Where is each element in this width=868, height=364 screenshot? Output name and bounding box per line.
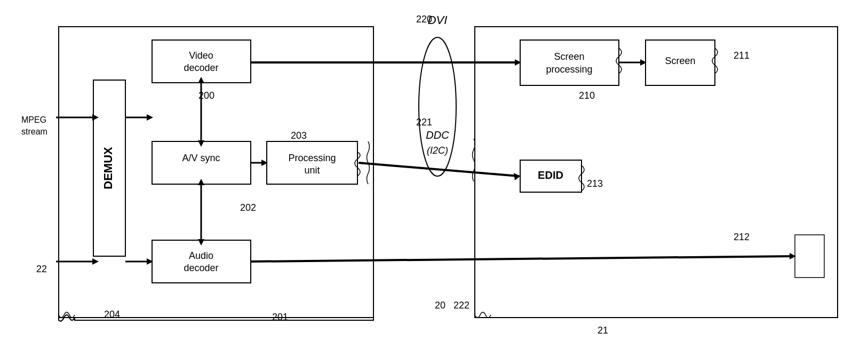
diagram-container: DEMUX Video decoder A/V sync Audio decod… [11,11,857,352]
ddc-label: DDC [426,129,449,141]
audio-decoder-label2: decoder [184,263,218,273]
svg-rect-10 [795,235,824,278]
edid-label: EDID [538,169,563,181]
num-210: 210 [579,90,595,101]
num-21: 21 [598,325,608,336]
svg-marker-25 [198,239,204,246]
audio-decoder-label: Audio [189,250,213,261]
svg-rect-3 [152,40,251,83]
num-211: 211 [734,50,750,61]
num-212: 212 [734,232,750,242]
num-221: 221 [416,117,432,128]
svg-marker-21 [198,77,204,83]
num-201: 201 [272,312,288,322]
svg-rect-7 [520,40,619,85]
num-20: 20 [435,300,445,311]
num-213: 213 [587,178,603,189]
processing-unit-label: Processing [288,153,336,163]
svg-marker-24 [198,179,204,185]
screen-processing-label2: processing [546,64,592,75]
mpeg-stream-label: MPEG [21,115,46,124]
num-203: 203 [291,130,307,141]
num-22: 22 [36,264,47,274]
i2c-label: (I2C) [427,145,448,156]
svg-marker-15 [92,258,99,265]
svg-marker-22 [198,140,204,147]
screen-label: Screen [665,56,695,66]
video-decoder-label2: decoder [184,62,218,73]
num-204: 204 [104,309,120,320]
processing-unit-label2: unit [304,165,320,176]
demux-label: DEMUX [101,147,115,189]
svg-rect-1 [475,27,838,318]
mpeg-stream-label2: stream [21,127,47,136]
num-220: 220 [416,14,432,25]
svg-line-32 [359,163,519,176]
video-decoder-label: Video [189,50,213,61]
num-202: 202 [240,202,256,213]
num-222: 222 [453,300,469,311]
svg-marker-13 [92,114,99,121]
av-sync-label: A/V sync [182,153,220,163]
svg-marker-33 [514,173,520,180]
svg-line-34 [251,256,794,262]
screen-processing-label: Screen [554,51,584,62]
svg-rect-5 [152,240,251,283]
svg-marker-17 [147,114,153,121]
